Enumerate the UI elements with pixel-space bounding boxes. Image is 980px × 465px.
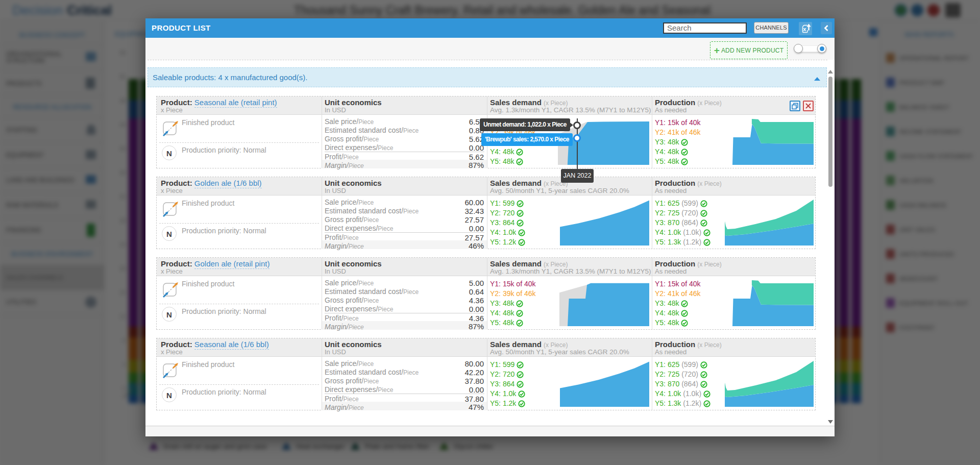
svg-text:x: x: [803, 26, 806, 32]
